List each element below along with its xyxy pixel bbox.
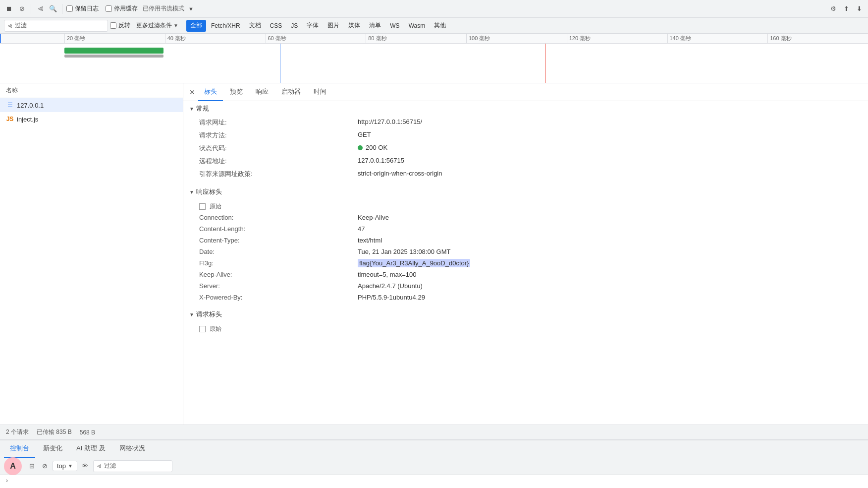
request-bar xyxy=(64,48,163,54)
referrer-policy-row: 引荐来源网址政策: strict-origin-when-cross-origi… xyxy=(183,168,868,181)
response-header-row: Keep-Alive:timeout=5, max=100 xyxy=(183,269,868,280)
tabs-bar: ✕ 标头 预览 响应 启动器 时间 xyxy=(183,83,868,101)
request-bar-2 xyxy=(64,55,163,58)
console-tabs: 控制台 新变化 AI 助理 及 网络状况 xyxy=(0,439,868,457)
status-code-value: 200 OK xyxy=(342,142,868,155)
response-headers-section-header[interactable]: ▼ 响应标头 xyxy=(183,184,868,199)
ruler-mark: 40 毫秒 xyxy=(165,34,266,43)
stop-button[interactable]: ⏹ xyxy=(4,4,14,14)
type-btn-WS[interactable]: WS xyxy=(386,20,403,32)
response-header-name: Fl3g: xyxy=(183,257,342,269)
blue-vertical-line xyxy=(280,44,280,83)
remote-addr-value: 127.0.0.1:56715 xyxy=(342,155,868,168)
console-filter-label: 过滤 xyxy=(104,462,116,470)
request-method-value: GET xyxy=(342,129,868,142)
ruler-mark: 140 毫秒 xyxy=(667,34,768,43)
context-label: top xyxy=(57,462,66,470)
stream-dropdown-icon[interactable]: ▼ xyxy=(188,6,194,12)
type-btn-Wasm[interactable]: Wasm xyxy=(405,20,430,32)
referrer-policy-value: strict-origin-when-cross-origin xyxy=(342,168,868,181)
console-tab-ai-assistant[interactable]: AI 助理 及 xyxy=(70,440,111,458)
timeline: 20 毫秒40 毫秒60 毫秒80 毫秒100 毫秒120 毫秒140 毫秒16… xyxy=(0,34,868,83)
ruler-mark: 160 毫秒 xyxy=(767,34,868,43)
type-btn-其他[interactable]: 其他 xyxy=(430,20,450,32)
response-header-value: Tue, 21 Jan 2025 13:08:00 GMT xyxy=(342,246,868,257)
console-clear-icon[interactable]: ⊘ xyxy=(40,461,50,471)
filter-bar: ⫷ 过滤 反转 更多过滤条件 ▼ 全部Fetch/XHR文档CSSJS字体图片媒… xyxy=(0,18,868,34)
console-tab-new-changes[interactable]: 新变化 xyxy=(37,440,68,458)
request-headers-section-header[interactable]: ▼ 请求标头 xyxy=(183,307,868,322)
eye-icon[interactable]: 👁 xyxy=(80,461,90,471)
export-icon[interactable]: ⬇ xyxy=(854,4,864,14)
clear-button[interactable]: ⊘ xyxy=(17,4,27,14)
reverse-checkbox[interactable]: 反转 xyxy=(110,21,130,30)
response-headers-raw-section: 原始 xyxy=(183,199,868,212)
more-filters-arrow-icon: ▼ xyxy=(173,23,178,28)
tab-close-button[interactable]: ✕ xyxy=(187,87,197,97)
type-btn-JS[interactable]: JS xyxy=(287,20,302,32)
type-btn-Fetch/XHR[interactable]: Fetch/XHR xyxy=(207,20,244,32)
response-header-name: Server: xyxy=(183,280,342,292)
request-headers-raw-section: 原始 xyxy=(183,322,868,334)
file-item-1[interactable]: ☰ 127.0.0.1 xyxy=(0,98,183,112)
context-selector[interactable]: top ▼ xyxy=(53,461,77,471)
response-raw-checkbox[interactable] xyxy=(199,203,206,210)
more-filters-button[interactable]: 更多过滤条件 ▼ xyxy=(132,20,182,32)
response-header-name: Content-Type: xyxy=(183,235,342,246)
preserve-log-checkbox[interactable]: 保留日志 xyxy=(66,4,99,13)
filter-icon[interactable]: ⫷ xyxy=(35,4,45,14)
tab-headers[interactable]: 标头 xyxy=(198,83,223,101)
tab-response[interactable]: 响应 xyxy=(250,83,274,101)
sidebar-toggle-icon[interactable]: ⊟ xyxy=(27,461,37,471)
ruler-mark: 20 毫秒 xyxy=(64,34,165,43)
referrer-policy-label: 引荐来源网址政策: xyxy=(183,168,342,181)
tab-preview[interactable]: 预览 xyxy=(224,83,249,101)
response-header-value: timeout=5, max=100 xyxy=(342,269,868,280)
response-header-name: Keep-Alive: xyxy=(183,269,342,280)
details-panel: ✕ 标头 预览 响应 启动器 时间 ▼ 常规 请求网址: xyxy=(183,83,868,425)
import-icon[interactable]: ⬆ xyxy=(841,4,851,14)
file-name-1: 127.0.0.1 xyxy=(17,102,44,109)
settings-icon[interactable]: ⚙ xyxy=(828,4,838,14)
response-header-row: Connection:Keep-Alive xyxy=(183,212,868,223)
disable-cache-checkbox[interactable]: 停用缓存 xyxy=(106,4,138,13)
timeline-ruler: 20 毫秒40 毫秒60 毫秒80 毫秒100 毫秒120 毫秒140 毫秒16… xyxy=(0,34,868,44)
remote-addr-label: 远程地址: xyxy=(183,155,342,168)
js-icon: JS xyxy=(6,115,14,123)
ruler-mark: 100 毫秒 xyxy=(466,34,567,43)
type-btn-全部[interactable]: 全部 xyxy=(186,20,206,32)
console-tab-console[interactable]: 控制台 xyxy=(4,440,35,458)
type-btn-清单[interactable]: 清单 xyxy=(365,20,385,32)
search-icon[interactable]: 🔍 xyxy=(48,4,58,14)
response-header-row: Date:Tue, 21 Jan 2025 13:08:00 GMT xyxy=(183,246,868,257)
request-raw-checkbox[interactable] xyxy=(199,326,206,332)
flag-value-highlight: flag{You_Ar3_R3Ally_A_9ooD_d0ctor} xyxy=(358,259,470,267)
transferred-size: 已传输 835 B xyxy=(37,428,72,436)
ruler-mark: 80 毫秒 xyxy=(366,34,466,43)
type-buttons: 全部Fetch/XHR文档CSSJS字体图片媒体清单WSWasm其他 xyxy=(186,20,450,32)
request-method-label: 请求方法: xyxy=(183,129,342,142)
main-area: 名称 ☰ 127.0.0.1 JS inject.js ✕ 标头 预览 响应 启… xyxy=(0,83,868,425)
green-dot-icon xyxy=(358,145,363,150)
console-tab-network-conditions[interactable]: 网络状况 xyxy=(113,440,151,458)
response-header-value: Apache/2.4.7 (Ubuntu) xyxy=(342,280,868,292)
filter-funnel-icon: ⫷ xyxy=(7,23,13,29)
file-item-2[interactable]: JS inject.js xyxy=(0,112,183,126)
filter-input-wrap: ⫷ 过滤 xyxy=(4,20,108,32)
general-section-header[interactable]: ▼ 常规 xyxy=(183,101,868,116)
response-header-row: X-Powered-By:PHP/5.5.9-1ubuntu4.29 xyxy=(183,292,868,303)
type-btn-文档[interactable]: 文档 xyxy=(245,20,265,32)
console-filter-wrap: ⫷ 过滤 xyxy=(93,460,172,472)
tab-timing[interactable]: 时间 xyxy=(308,83,332,101)
file-name-2: inject.js xyxy=(17,116,38,123)
resource-size: 568 B xyxy=(80,429,95,436)
response-header-row: Server:Apache/2.4.7 (Ubuntu) xyxy=(183,280,868,292)
type-btn-媒体[interactable]: 媒体 xyxy=(344,20,364,32)
tab-initiator[interactable]: 启动器 xyxy=(275,83,307,101)
stream-mode-label: 已停用书流模式 xyxy=(143,4,184,13)
type-btn-字体[interactable]: 字体 xyxy=(303,20,323,32)
response-header-value: flag{You_Ar3_R3Ally_A_9ooD_d0ctor} xyxy=(342,257,868,269)
type-btn-CSS[interactable]: CSS xyxy=(266,20,286,32)
type-btn-图片[interactable]: 图片 xyxy=(324,20,343,32)
request-url-row: 请求网址: http://127.0.0.1:56715/ xyxy=(183,116,868,129)
